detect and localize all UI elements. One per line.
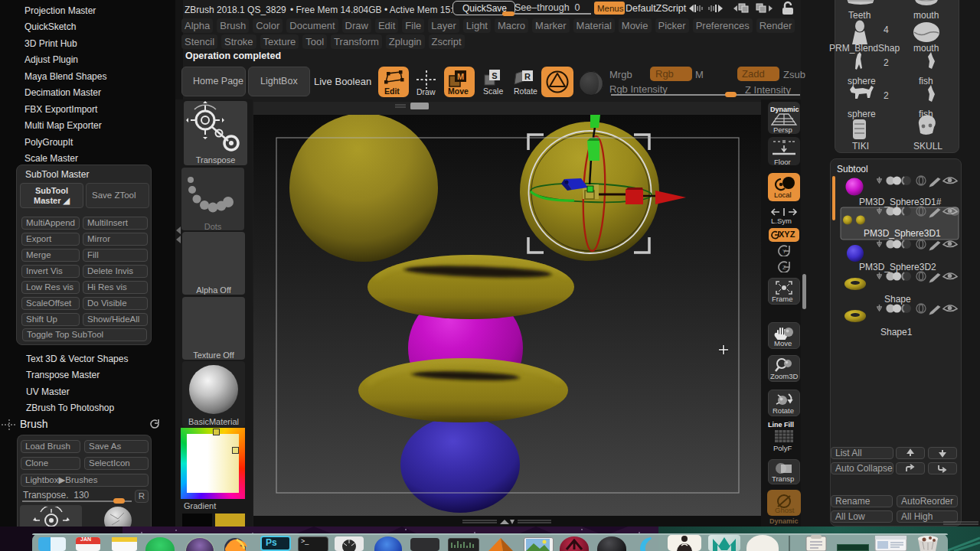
svg-text:M: M bbox=[457, 72, 464, 81]
svg-text:R: R bbox=[524, 72, 531, 81]
svg-text:Z: Z bbox=[782, 265, 786, 270]
svg-text:Y: Y bbox=[782, 249, 786, 254]
svg-text:S: S bbox=[492, 71, 497, 80]
